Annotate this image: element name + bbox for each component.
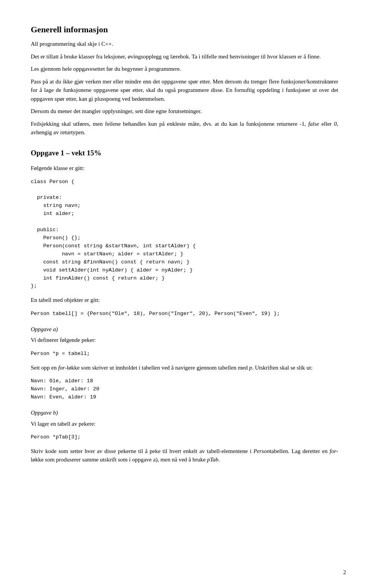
intro-p2: Det er tillatt å bruke klasser fra leksj… bbox=[31, 52, 338, 61]
intro-p5: Dersom du mener det mangler opplysninger… bbox=[31, 107, 338, 116]
intro-p6: Feilsjekking skal utføres, men feilene b… bbox=[31, 120, 338, 137]
oppgave-a-text: Sett opp en for-løkke som skriver ut inn… bbox=[31, 363, 338, 372]
table-intro: En tabell med objekter er gitt: bbox=[31, 296, 338, 305]
oppgave-a-intro: Vi definerer følgende peker: bbox=[31, 336, 338, 345]
page-title: Generell informasjon bbox=[31, 23, 338, 36]
intro-p4: Pass på at du ikke gjør verken mer eller… bbox=[31, 77, 338, 103]
oppgave-b-text: Skriv kode som setter hver av disse peke… bbox=[31, 447, 338, 464]
intro-p3: Les gjennom hele oppgavesettet før du be… bbox=[31, 65, 338, 73]
oppgave-a-code: Person *p = tabell; bbox=[31, 349, 338, 359]
oppgave1-intro: Følgende klasse er gitt: bbox=[31, 164, 338, 173]
class-code: class Person { private: string navn; int… bbox=[31, 177, 338, 292]
oppgave-a-output: Navn: Ole, alder: 18 Navn: Inger, alder:… bbox=[31, 376, 338, 402]
oppgave-a-label: Oppgave a) bbox=[31, 325, 338, 334]
intro-p1: All programmering skal skje i C++. bbox=[31, 40, 338, 48]
oppgave-b-label: Oppgave b) bbox=[31, 408, 338, 417]
oppgave-b-intro: Vi lager en tabell av pekere: bbox=[31, 420, 338, 428]
table-code: Person tabell[] = {Person("Ole", 18), Pe… bbox=[31, 309, 338, 319]
oppgave-b-code: Person *pTab[3]; bbox=[31, 433, 338, 442]
oppgave1-title: Oppgave 1 – vekt 15% bbox=[31, 148, 338, 159]
